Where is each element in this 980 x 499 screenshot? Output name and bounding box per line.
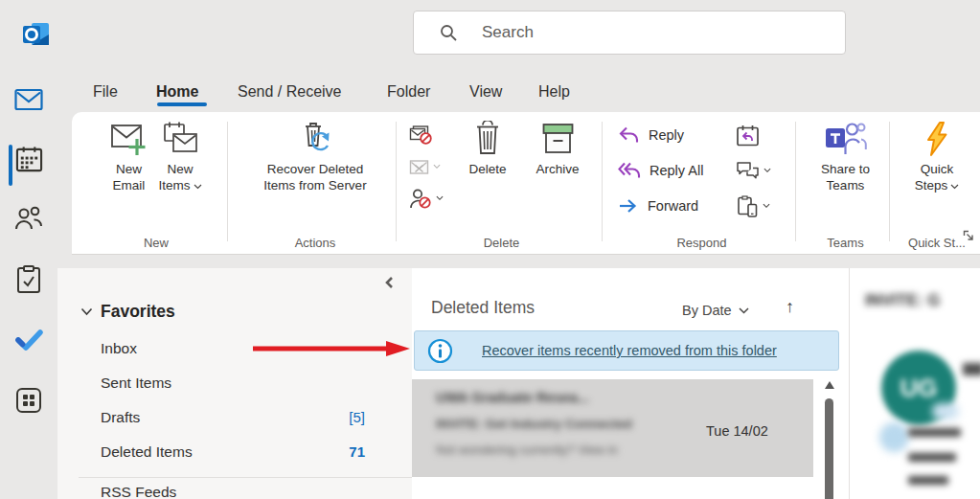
blurred-highlight [932,403,959,420]
todo-module-button[interactable] [0,321,57,359]
group-label-actions: Actions [235,236,396,250]
chevron-left-icon [383,276,395,289]
active-tab-underline [157,102,207,106]
forward-button[interactable]: Forward [618,193,703,218]
mail-list-item[interactable]: UWA Graduate Resea... INVITE: Get Indust… [412,379,813,477]
mail-icon [14,88,43,111]
reply-all-button[interactable]: Reply All [618,158,703,183]
chevron-down-icon [763,168,771,173]
ignore-icon [409,125,433,146]
tasks-module-button[interactable] [0,261,57,299]
clipboard-phone-icon [736,195,759,217]
ribbon-group-new: New Email New Items New [85,112,227,254]
search-box[interactable]: Search [413,11,846,55]
calendar-module-button[interactable] [0,140,57,178]
blurred-avatar-badge [879,422,909,452]
new-email-icon [110,121,147,161]
new-items-icon [162,121,198,161]
forward-icon [618,198,639,214]
tab-file[interactable]: File [93,80,118,103]
scrollbar-thumb[interactable] [825,398,833,499]
mail-module-button[interactable] [0,80,57,119]
mail-item-date: Tue 14/02 [706,423,768,439]
chevron-down-icon [433,164,441,170]
group-label-new: New [85,236,227,250]
tab-help[interactable]: Help [538,80,570,103]
deleted-items-count: 71 [349,443,365,463]
tab-view[interactable]: View [469,80,502,103]
group-label-teams: Teams [802,236,889,250]
sort-direction-button[interactable]: ↑ [786,297,794,317]
apps-module-button[interactable] [0,381,57,420]
new-email-button[interactable]: New Email [110,121,147,193]
delete-button[interactable]: Delete [459,121,516,210]
share-to-teams-button[interactable]: Share to Teams [805,121,887,193]
folder-item-deleted-items[interactable]: Deleted Items 71 [101,443,365,463]
meeting-icon [736,125,760,147]
chevron-down-icon [80,307,93,316]
reply-icon [618,126,640,144]
ribbon-group-teams: Share to Teams Teams [802,112,889,254]
blurred-text-fragment [963,363,980,375]
tab-folder[interactable]: Folder [387,80,430,103]
block-sender-icon [409,188,432,210]
instant-message-button[interactable] [736,158,771,183]
tab-send-receive[interactable]: Send / Receive [238,80,342,103]
quick-steps-button[interactable]: Quick Steps [899,121,975,193]
group-label-respond: Respond [608,236,795,250]
mail-item-sender-blurred: UWA Graduate Resea... [436,390,589,405]
delete-trash-icon [471,121,504,161]
sort-by-dropdown[interactable]: By Date [682,303,749,318]
todo-check-icon [14,329,43,351]
drafts-count: [5] [349,409,365,428]
meeting-reply-button[interactable] [736,123,771,147]
recover-items-banner[interactable]: Recover items recently removed from this… [414,330,839,371]
tab-home[interactable]: Home [156,80,198,103]
ignore-button[interactable] [409,124,433,147]
dialog-launcher-icon [963,230,975,242]
group-label-delete: Delete [401,236,602,250]
tasks-icon [16,265,41,294]
chevron-down-icon [194,177,202,193]
folder-item-sent-items[interactable]: Sent Items [101,374,365,394]
message-list-scrollbar[interactable] [821,377,837,499]
reading-pane: INVITE: G UG [849,268,980,499]
ribbon-divider [396,122,397,241]
recover-items-link[interactable]: Recover items recently removed from this… [482,343,777,358]
recover-deleted-items-button[interactable]: Recover Deleted Items from Server [238,121,393,193]
dialog-launcher-button[interactable] [963,229,975,246]
ribbon-group-delete: Delete Archive Delete [401,112,602,254]
folder-item-rss-feeds[interactable]: RSS Feeds [101,484,365,499]
archive-button[interactable]: Archive [526,121,589,210]
reply-button[interactable]: Reply [618,123,703,147]
search-placeholder: Search [482,23,534,42]
message-list-header: Deleted Items [431,298,535,318]
people-icon [14,206,43,230]
reading-pane-title-blurred: INVITE: G [865,291,940,310]
folder-pane-divider [79,477,412,478]
new-items-button[interactable]: New Items [158,121,201,193]
ribbon-divider [602,122,603,241]
collapse-folder-pane-button[interactable] [383,276,395,293]
blurred-text-line [908,476,948,485]
scrollbar-up-arrow-icon[interactable] [825,381,834,389]
chat-bubbles-icon [736,161,760,180]
block-sender-button[interactable] [409,187,444,210]
chevron-down-icon [763,203,770,209]
mail-item-preview-blurred: Not wondering currently? View in [436,442,618,457]
ribbon-group-respond: Reply Reply All Forward [608,112,795,254]
people-module-button[interactable] [0,198,57,237]
favorites-section-header[interactable]: Favorites [80,302,175,322]
more-respond-actions-button[interactable] [736,193,771,218]
clean-up-button[interactable] [409,155,441,178]
ribbon-group-actions: Recover Deleted Items from Server Action… [235,112,396,254]
teams-icon [824,121,867,161]
ribbon-divider [227,122,228,241]
archive-icon [540,121,576,161]
folder-item-drafts[interactable]: Drafts [5] [101,409,365,428]
chevron-down-icon [739,307,749,314]
navigation-rail [0,67,57,499]
apps-grid-icon [15,387,42,414]
ribbon-divider [795,122,796,241]
search-icon [439,23,458,42]
